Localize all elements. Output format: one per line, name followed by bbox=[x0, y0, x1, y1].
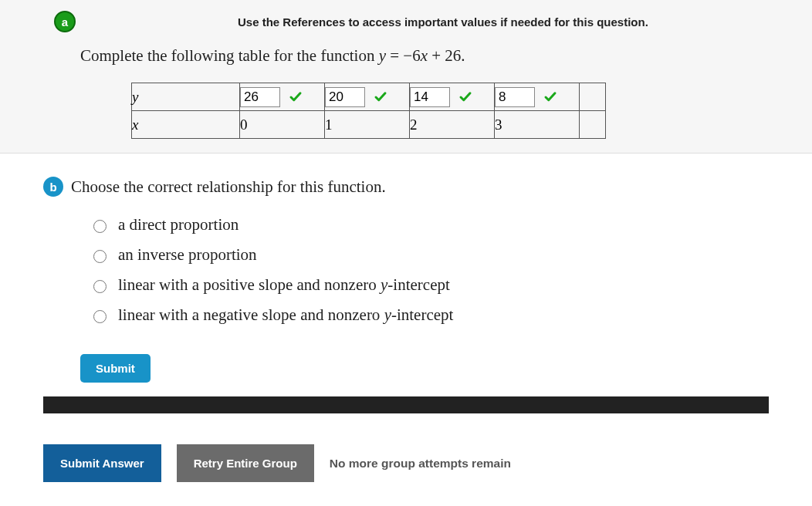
y-extra-cell bbox=[580, 83, 606, 111]
y-cell-0 bbox=[240, 83, 325, 111]
check-icon bbox=[458, 90, 472, 104]
check-icon bbox=[374, 90, 387, 104]
part-b-section: b Choose the correct relationship for th… bbox=[0, 153, 812, 383]
divider-bar bbox=[43, 396, 769, 413]
part-a-header: a Use the References to access important… bbox=[0, 11, 812, 32]
x-label-cell: x bbox=[132, 111, 240, 139]
radio-option-0[interactable]: a direct proportion bbox=[90, 215, 812, 234]
radio-option-1[interactable]: an inverse proportion bbox=[90, 245, 812, 265]
y-input-2[interactable] bbox=[410, 87, 450, 107]
radio-input-0[interactable] bbox=[93, 220, 107, 233]
y-cell-2 bbox=[410, 83, 495, 111]
y-input-0[interactable] bbox=[240, 87, 280, 107]
radio-input-3[interactable] bbox=[93, 310, 107, 323]
data-table: y x bbox=[131, 83, 606, 139]
footer-row: Submit Answer Retry Entire Group No more… bbox=[0, 413, 812, 482]
submit-button[interactable]: Submit bbox=[80, 354, 151, 383]
radio-label-3: linear with a negative slope and nonzero… bbox=[118, 305, 453, 325]
eq-lhs: y bbox=[379, 46, 386, 65]
part-b-header: b Choose the correct relationship for th… bbox=[43, 177, 812, 197]
badge-a-label: a bbox=[62, 15, 68, 29]
radio-label-0: a direct proportion bbox=[118, 215, 239, 234]
y-cell-3 bbox=[495, 83, 580, 111]
radio-option-2[interactable]: linear with a positive slope and nonzero… bbox=[90, 275, 812, 295]
y-input-1[interactable] bbox=[325, 87, 365, 107]
y-cell-1 bbox=[325, 83, 410, 111]
references-text: Use the References to access important v… bbox=[238, 15, 648, 29]
x-extra-cell bbox=[580, 111, 606, 139]
eq-rhs: −6x + 26 bbox=[403, 46, 461, 65]
retry-entire-group-button[interactable]: Retry Entire Group bbox=[177, 444, 314, 482]
check-icon bbox=[543, 90, 557, 104]
eq-eq: = bbox=[386, 46, 403, 65]
y-input-3[interactable] bbox=[495, 87, 535, 107]
badge-b-label: b bbox=[49, 180, 56, 194]
eq-period: . bbox=[461, 46, 465, 65]
radio-label-1: an inverse proportion bbox=[118, 245, 257, 265]
x-cell-3: 3 bbox=[495, 111, 580, 139]
x-cell-1: 1 bbox=[325, 111, 410, 139]
badge-b: b bbox=[43, 177, 63, 197]
prompt-prefix: Complete the following table for the fun… bbox=[80, 46, 379, 65]
x-cell-2: 2 bbox=[410, 111, 495, 139]
x-cell-0: 0 bbox=[240, 111, 325, 139]
x-row: x 0 1 2 3 bbox=[132, 111, 606, 139]
y-label-cell: y bbox=[132, 83, 240, 111]
radio-option-3[interactable]: linear with a negative slope and nonzero… bbox=[90, 305, 812, 325]
attempts-remaining-text: No more group attempts remain bbox=[330, 457, 511, 471]
submit-answer-button[interactable]: Submit Answer bbox=[43, 444, 161, 482]
y-row: y bbox=[132, 83, 606, 111]
part-a-section: a Use the References to access important… bbox=[0, 0, 812, 153]
data-table-wrap: y x bbox=[131, 83, 812, 139]
radio-input-1[interactable] bbox=[93, 250, 107, 263]
radio-input-2[interactable] bbox=[93, 280, 107, 293]
radio-label-2: linear with a positive slope and nonzero… bbox=[118, 275, 450, 295]
radio-group: a direct proportion an inverse proportio… bbox=[90, 215, 812, 325]
part-a-prompt: Complete the following table for the fun… bbox=[0, 46, 812, 66]
badge-a: a bbox=[54, 11, 76, 32]
check-icon bbox=[289, 90, 303, 104]
part-b-prompt: Choose the correct relationship for this… bbox=[71, 177, 386, 197]
